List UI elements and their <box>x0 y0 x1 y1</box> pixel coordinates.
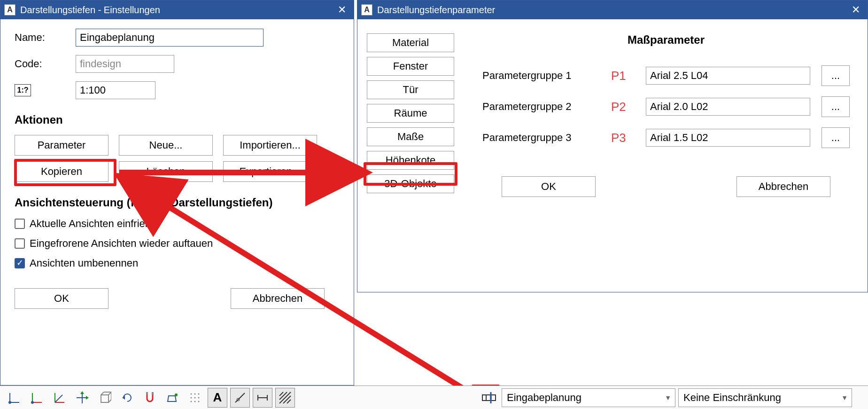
freeze-checkbox[interactable] <box>15 219 25 229</box>
line-diag-icon[interactable] <box>230 388 250 408</box>
move-axis-icon[interactable] <box>72 388 92 408</box>
param-value-field[interactable] <box>646 98 810 116</box>
grid-dots-icon[interactable] <box>185 388 205 408</box>
svg-point-28 <box>191 397 192 398</box>
svg-line-10 <box>55 395 62 402</box>
cancel-button-left[interactable]: Abbrechen <box>231 288 325 309</box>
restriction-dropdown[interactable]: Keine Einschränkung ▼ <box>678 388 852 407</box>
close-icon[interactable]: ✕ <box>848 4 864 16</box>
code-field[interactable] <box>76 55 174 73</box>
close-icon[interactable]: ✕ <box>334 4 350 16</box>
axis-arrows-icon[interactable] <box>27 388 47 408</box>
chevron-down-icon: ▼ <box>665 394 671 401</box>
svg-rect-22 <box>146 392 148 395</box>
param-row: Parametergruppe 3P3... <box>482 127 850 148</box>
toolbar: A Eingabeplanung ▼ Keine Einschränkung ▼ <box>0 385 868 409</box>
raeume-button[interactable]: Räume <box>367 104 454 123</box>
param-id: P3 <box>611 131 635 145</box>
param-browse-button[interactable]: ... <box>822 65 850 86</box>
material-button[interactable]: Material <box>367 33 454 52</box>
title-left: Darstellungstiefen - Einstellungen <box>20 5 160 16</box>
scale-icon: 1:? <box>15 84 31 96</box>
ok-button-right[interactable]: OK <box>502 176 596 197</box>
svg-rect-44 <box>482 395 496 401</box>
svg-point-24 <box>175 393 178 396</box>
titlebar-left[interactable]: A Darstellungstiefen - Einstellungen ✕ <box>0 0 354 19</box>
import-button[interactable]: Importieren... <box>223 135 317 156</box>
chevron-down-icon: ▼ <box>841 394 848 401</box>
axis-origin-icon[interactable] <box>5 388 24 408</box>
rename-checkbox[interactable] <box>15 258 25 268</box>
svg-point-32 <box>194 401 196 402</box>
param-panel-title: Maßparameter <box>482 33 850 47</box>
dialog-display-depths-settings: A Darstellungstiefen - Einstellungen ✕ N… <box>0 0 354 385</box>
svg-point-25 <box>191 393 192 394</box>
svg-marker-13 <box>80 391 84 394</box>
masse-button[interactable]: Maße <box>367 127 454 146</box>
copy-button[interactable]: Kopieren <box>15 161 108 182</box>
svg-point-27 <box>198 393 200 394</box>
param-row: Parametergruppe 1P1... <box>482 65 850 86</box>
depth-dropdown-value: Eingabeplanung <box>507 392 581 404</box>
dialog-display-depth-parameters: A Darstellungstiefenparameter ✕ Material… <box>357 0 868 292</box>
title-right: Darstellungstiefenparameter <box>377 5 495 16</box>
svg-point-26 <box>194 393 196 394</box>
scale-field[interactable] <box>76 81 155 99</box>
param-browse-button[interactable]: ... <box>822 96 850 117</box>
svg-marker-14 <box>86 396 89 400</box>
param-value-field[interactable] <box>646 129 810 147</box>
name-label: Name: <box>15 31 76 44</box>
viewcontrol-heading: Ansichtensteuerung (für alle Darstellung… <box>15 196 340 209</box>
svg-point-29 <box>194 397 196 398</box>
svg-rect-23 <box>152 392 154 395</box>
grid3d-icon[interactable] <box>50 388 70 408</box>
rotate-icon[interactable] <box>117 388 137 408</box>
svg-line-40 <box>279 392 287 400</box>
export-button[interactable]: Exportieren... <box>223 161 317 182</box>
hoehenkote-button[interactable]: Höhenkote <box>367 151 454 170</box>
thaw-label: Eingefrorene Ansichten wieder auftauen <box>30 237 213 250</box>
depth-dropdown[interactable]: Eingabeplanung ▼ <box>502 388 675 407</box>
name-field[interactable] <box>76 29 264 47</box>
titlebar-right[interactable]: A Darstellungstiefenparameter ✕ <box>357 0 868 19</box>
svg-point-7 <box>31 401 34 404</box>
freeze-label: Aktuelle Ansichten einfrieren <box>30 218 160 230</box>
code-label: Code: <box>15 58 76 70</box>
bucket-icon[interactable] <box>163 388 182 408</box>
dimension-horiz-icon[interactable] <box>253 388 272 408</box>
cube-icon[interactable] <box>95 388 115 408</box>
svg-line-34 <box>235 393 245 402</box>
tuer-button[interactable]: Tür <box>367 80 454 99</box>
svg-line-39 <box>279 392 283 396</box>
depth-settings-icon[interactable] <box>479 388 499 408</box>
param-value-field[interactable] <box>646 67 810 85</box>
param-row: Parametergruppe 2P2... <box>482 96 850 117</box>
svg-line-42 <box>283 396 291 403</box>
app-icon: A <box>361 4 372 16</box>
obj3d-button[interactable]: 3D-Objekte <box>367 174 454 193</box>
rename-label: Ansichten umbenennen <box>30 257 138 269</box>
cancel-button-right[interactable]: Abbrechen <box>736 176 830 197</box>
actions-heading: Aktionen <box>15 113 340 126</box>
svg-rect-15 <box>101 395 108 402</box>
param-label: Parametergruppe 1 <box>482 70 600 82</box>
svg-point-4 <box>8 401 11 404</box>
text-a-icon[interactable]: A <box>208 388 227 408</box>
param-id: P1 <box>611 69 635 83</box>
hatch-icon[interactable] <box>275 388 295 408</box>
param-id: P2 <box>611 100 635 114</box>
svg-point-31 <box>191 401 192 402</box>
thaw-checkbox[interactable] <box>15 238 25 249</box>
parameter-button[interactable]: Parameter <box>15 135 108 156</box>
delete-button[interactable]: Löschen <box>119 161 213 182</box>
fenster-button[interactable]: Fenster <box>367 57 454 76</box>
restriction-dropdown-value: Keine Einschränkung <box>683 392 781 404</box>
param-browse-button[interactable]: ... <box>822 127 850 148</box>
new-button[interactable]: Neue... <box>119 135 213 156</box>
svg-point-30 <box>198 397 200 398</box>
ok-button-left[interactable]: OK <box>15 288 108 309</box>
param-label: Parametergruppe 2 <box>482 101 600 113</box>
app-icon: A <box>4 4 16 16</box>
svg-point-33 <box>198 401 200 402</box>
magnet-icon[interactable] <box>140 388 160 408</box>
